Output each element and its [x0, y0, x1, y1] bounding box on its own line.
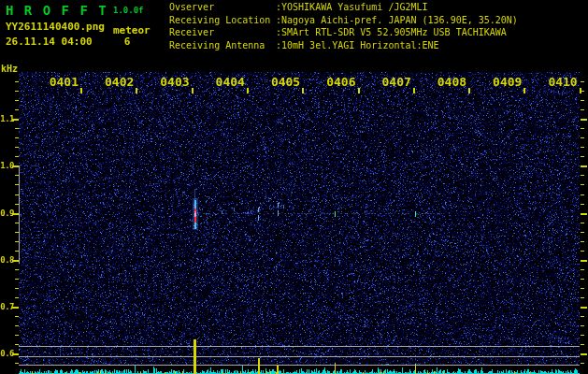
- time-axis-label: 0409: [488, 76, 522, 88]
- receiver-info-line: Receiving Location:Nagoya Aichi-pref. JA…: [169, 14, 518, 27]
- output-filename: YY2611140400.png: [6, 21, 105, 33]
- app-version: 1.0.0f: [113, 6, 144, 15]
- info-value: :YOSHIKAWA Yasufumi /JG2MLI: [276, 2, 428, 12]
- info-value: :10mH 3el.YAGI Horizontal:ENE: [276, 40, 439, 50]
- receiver-info-line: Receiving Antenna:10mH 3el.YAGI Horizont…: [169, 39, 518, 52]
- info-label: Receiving Location: [169, 14, 276, 27]
- time-axis-label: 0403: [156, 76, 190, 88]
- time-axis-label: 0405: [266, 76, 300, 88]
- observation-datetime: 26.11.14 04:00: [6, 36, 93, 48]
- info-value: :Nagoya Aichi-pref. JAPAN (136.90E, 35.2…: [276, 15, 518, 25]
- meteor-count: 6: [119, 36, 136, 48]
- freq-axis-unit: kHz: [1, 64, 18, 74]
- freq-axis-label: 0.6: [0, 349, 14, 358]
- info-label: Receiving Antenna: [169, 39, 276, 52]
- hrofft-screen: H R O F F T 1.0.0f YY2611140400.png mete…: [0, 0, 588, 374]
- time-axis-label: 0406: [323, 76, 356, 88]
- time-axis-label: 0407: [378, 76, 411, 88]
- freq-axis-label: 0.7: [0, 302, 14, 311]
- time-axis-label: 0408: [433, 76, 466, 88]
- receiver-info-line: Receiver:SMArt RTL-SDR V5 52.905MHz USB …: [169, 26, 518, 39]
- freq-axis-label: 1.1: [0, 114, 14, 123]
- receiver-info: Ovserver:YOSHIKAWA Yasufumi /JG2MLIRecei…: [169, 1, 518, 51]
- spectrogram-canvas: [0, 0, 588, 374]
- info-label: Ovserver: [169, 1, 276, 14]
- time-axis-label: 0401: [45, 76, 79, 88]
- time-axis-label: 0410: [544, 76, 578, 88]
- app-title: H R O F F T: [6, 3, 108, 18]
- info-value: :SMArt RTL-SDR V5 52.905MHz USB TACHIKAW…: [276, 27, 507, 37]
- info-label: Receiver: [169, 26, 276, 39]
- freq-axis-label: 1.0: [0, 161, 14, 170]
- time-axis-label: 0404: [211, 76, 245, 88]
- freq-axis-label: 0.8: [0, 255, 14, 265]
- freq-axis-label: 0.9: [0, 209, 14, 218]
- time-axis-label: 0402: [100, 76, 134, 88]
- receiver-info-line: Ovserver:YOSHIKAWA Yasufumi /JG2MLI: [169, 1, 518, 14]
